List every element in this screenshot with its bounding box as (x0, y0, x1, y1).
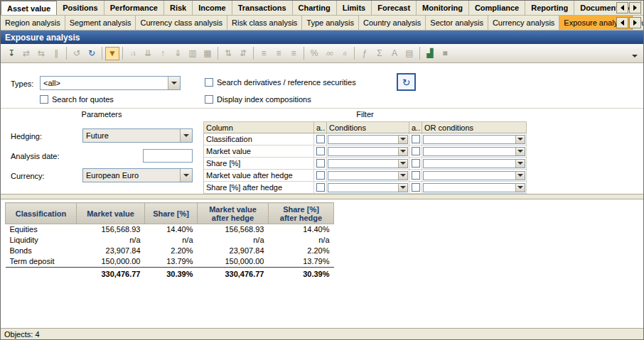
col-header-market-value[interactable]: Market value (77, 203, 145, 224)
or-conditions-dropdown[interactable] (423, 171, 525, 180)
tab-transactions[interactable]: Transactions (232, 1, 293, 15)
conditions-dropdown[interactable] (328, 135, 408, 144)
main-tab-scroll-left-button[interactable] (616, 2, 628, 13)
tab-income[interactable]: Income (193, 1, 232, 15)
filter-and-checkbox[interactable] (316, 183, 325, 192)
col-header-share[interactable]: Share [%] (145, 203, 198, 224)
or-conditions-dropdown[interactable] (423, 159, 525, 168)
column-chart-icon[interactable]: ▥ (186, 47, 200, 60)
or-conditions-dropdown-button[interactable] (515, 184, 525, 192)
undo-icon[interactable]: ↺ (70, 47, 84, 60)
toolbar-overflow-button[interactable] (629, 47, 640, 60)
table-row[interactable]: Liquidity n/a n/a n/a n/a (6, 235, 334, 246)
filter-and-checkbox[interactable] (316, 135, 325, 143)
hedging-dropdown-button[interactable] (180, 129, 192, 142)
display-index-checkbox[interactable] (205, 95, 213, 104)
or-conditions-dropdown-button[interactable] (515, 160, 525, 168)
analysis-date-input[interactable] (143, 149, 193, 163)
import-icon[interactable]: ↧ (4, 47, 18, 60)
expand-levels-icon[interactable]: ⇓ (171, 47, 185, 60)
tab-performance[interactable]: Performance (104, 1, 164, 15)
table-row[interactable]: Term deposit 150,000.00 13.79% 150,000.0… (6, 256, 334, 268)
conditions-dropdown[interactable] (328, 171, 408, 180)
decrease-decimal-icon[interactable]: .0 (337, 47, 351, 60)
conditions-dropdown-button[interactable] (398, 184, 407, 192)
horizontal-splitter[interactable] (1, 194, 643, 199)
filter-and-checkbox[interactable] (316, 147, 325, 155)
tab-segment-analysis[interactable]: Segment analysis (65, 16, 136, 30)
function-icon[interactable]: ƒ (358, 47, 372, 60)
execute-search-button[interactable]: ↻ (397, 73, 416, 91)
currency-dropdown[interactable]: European Euro (82, 168, 193, 182)
tab-charting[interactable]: Charting (293, 1, 337, 15)
conditions-dropdown[interactable] (328, 159, 408, 168)
or-conditions-dropdown-button[interactable] (515, 136, 525, 143)
tab-monitoring[interactable]: Monitoring (417, 1, 469, 15)
compare-icon[interactable]: ⇆ (34, 47, 48, 60)
attach-icon[interactable]: ⇄ (19, 47, 33, 60)
sort-ascending-icon[interactable]: ⇅ (221, 47, 235, 60)
table-view-icon[interactable]: ▦ (200, 47, 215, 60)
conditions-dropdown[interactable] (328, 147, 408, 156)
table-row[interactable]: Equities 156,568.93 14.40% 156,568.93 14… (6, 224, 334, 236)
align-center-icon[interactable]: ≡ (272, 47, 286, 60)
search-quotes-checkbox[interactable] (40, 95, 48, 104)
conditions-dropdown-button[interactable] (398, 172, 407, 180)
tab-risk[interactable]: Risk (164, 1, 193, 15)
or-conditions-dropdown-button[interactable] (515, 148, 525, 155)
hedging-dropdown[interactable]: Future (82, 128, 193, 143)
tab-type-analysis[interactable]: Type analysis (302, 16, 359, 30)
or-conditions-dropdown-button[interactable] (515, 172, 525, 180)
currency-dropdown-button[interactable] (180, 169, 192, 182)
tab-asset-value[interactable]: Asset value (1, 1, 57, 15)
filter-and-checkbox[interactable] (316, 159, 325, 168)
font-icon[interactable]: A (387, 47, 402, 60)
pin-icon[interactable]: ∥ (49, 47, 63, 60)
sort-descending-icon[interactable]: ⇵ (236, 47, 250, 60)
col-header-market-value-after-hedge[interactable]: Market value after hedge (198, 203, 269, 224)
drill-down-one-icon[interactable]: ↓1 (126, 47, 140, 60)
drill-up-icon[interactable]: ↑ (156, 47, 170, 60)
drill-down-all-icon[interactable]: ⇊ (141, 47, 155, 60)
conditions-dropdown[interactable] (328, 183, 408, 192)
increase-decimal-icon[interactable]: .00 (322, 47, 336, 60)
or-conditions-dropdown[interactable] (423, 135, 525, 144)
chart-icon[interactable]: ▟ (423, 47, 437, 60)
search-derivatives-checkbox[interactable] (205, 78, 213, 87)
filter-or-checkbox[interactable] (412, 171, 420, 180)
analysis-tab-scroll-right-button[interactable] (629, 17, 641, 28)
stop-icon[interactable]: ■ (438, 47, 452, 60)
tab-reporting[interactable]: Reporting (525, 1, 574, 15)
types-dropdown-button[interactable] (168, 77, 180, 89)
tab-compliance[interactable]: Compliance (469, 1, 525, 15)
col-header-classification[interactable]: Classification (6, 203, 77, 224)
col-header-share-after-hedge[interactable]: Share [%] after hedge (269, 203, 334, 224)
or-conditions-dropdown[interactable] (423, 183, 525, 192)
conditions-dropdown-button[interactable] (398, 148, 407, 155)
filter-and-checkbox[interactable] (316, 171, 325, 180)
tab-currency-analysis[interactable]: Currency analysis (488, 16, 559, 30)
table-row[interactable]: Bonds 23,907.84 2.20% 23,907.84 2.20% (6, 246, 334, 256)
tab-risk-class-analysis[interactable]: Risk class analysis (227, 16, 302, 30)
percent-icon[interactable]: % (307, 47, 321, 60)
align-left-icon[interactable]: ≡ (257, 47, 271, 60)
main-tab-scroll-right-button[interactable] (629, 2, 641, 13)
types-dropdown[interactable]: <all> (40, 76, 181, 90)
align-right-icon[interactable]: ≡ (286, 47, 301, 60)
tab-region-analysis[interactable]: Region analysis (1, 16, 65, 30)
filter-or-checkbox[interactable] (412, 183, 420, 192)
freeze-icon[interactable]: ▤ (402, 47, 417, 60)
tab-sector-analysis[interactable]: Sector analysis (426, 16, 488, 30)
tab-country-analysis[interactable]: Country analysis (359, 16, 426, 30)
filter-icon[interactable]: ▼ (105, 47, 119, 60)
filter-or-checkbox[interactable] (412, 147, 420, 155)
tab-currency-class-analysis[interactable]: Currency class analysis (136, 16, 227, 30)
filter-or-checkbox[interactable] (412, 159, 420, 168)
conditions-dropdown-button[interactable] (398, 136, 407, 143)
analysis-tab-scroll-left-button[interactable] (616, 17, 628, 28)
refresh-icon[interactable]: ↻ (85, 47, 99, 60)
sum-icon[interactable]: Σ (372, 47, 387, 60)
or-conditions-dropdown[interactable] (423, 147, 525, 156)
conditions-dropdown-button[interactable] (398, 160, 407, 168)
tab-positions[interactable]: Positions (57, 1, 104, 15)
